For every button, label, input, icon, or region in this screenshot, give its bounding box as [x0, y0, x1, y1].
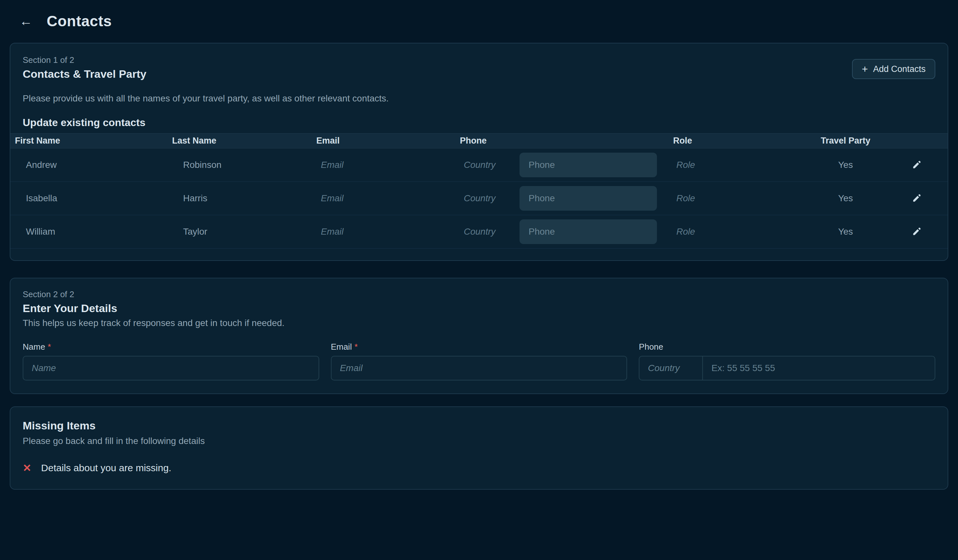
missing-items-card: Missing Items Please go back and fill in… [10, 406, 948, 490]
section1-title: Contacts & Travel Party [23, 68, 146, 80]
section1-description: Please provide us with all the names of … [10, 94, 948, 104]
email-field[interactable] [321, 227, 443, 237]
missing-item: ✕ Details about you are missing. [23, 462, 935, 473]
section2-step-label: Section 2 of 2 [23, 289, 935, 300]
email-field-group: Email* [331, 342, 627, 381]
table-row: William Taylor Yes [10, 215, 948, 249]
email-field[interactable] [321, 193, 443, 203]
phone-label: Phone [639, 342, 935, 352]
email-label: Email* [331, 342, 627, 352]
phone-country-input[interactable] [639, 357, 703, 380]
contacts-page: ← Contacts Section 1 of 2 Contacts & Tra… [0, 0, 958, 490]
edit-contact-button[interactable] [908, 189, 926, 208]
last-name-cell: Harris [168, 193, 312, 203]
column-header-travel-party: Travel Party [805, 136, 886, 146]
column-header-last-name: Last Name [168, 136, 312, 146]
missing-items-title: Missing Items [23, 419, 935, 432]
required-asterisk: * [48, 342, 51, 352]
your-details-section-card: Section 2 of 2 Enter Your Details This h… [10, 278, 948, 394]
section2-description: This helps us keep track of responses an… [23, 318, 935, 328]
plus-icon: + [862, 64, 868, 74]
pencil-icon [912, 193, 922, 204]
column-header-phone: Phone [455, 136, 669, 146]
table-header-row: First Name Last Name Email Phone Role Tr… [10, 133, 948, 148]
country-field[interactable] [464, 227, 520, 237]
travel-party-value: Yes [805, 193, 886, 203]
edit-contact-button[interactable] [908, 223, 926, 241]
table-row: Andrew Robinson Yes [10, 148, 948, 182]
section2-title: Enter Your Details [23, 302, 935, 315]
pencil-icon [912, 159, 922, 171]
first-name-cell: William [10, 227, 168, 237]
role-field[interactable] [676, 227, 792, 237]
missing-items-description: Please go back and fill in the following… [23, 436, 935, 446]
name-label: Name* [23, 342, 319, 352]
column-header-first-name: First Name [10, 136, 168, 146]
first-name-cell: Isabella [10, 193, 168, 203]
back-arrow-icon: ← [19, 14, 32, 28]
phone-field[interactable] [520, 186, 657, 211]
last-name-cell: Taylor [168, 227, 312, 237]
travel-party-value: Yes [805, 160, 886, 170]
role-field[interactable] [676, 193, 792, 203]
phone-number-input[interactable] [703, 357, 935, 380]
role-field[interactable] [676, 160, 792, 170]
phone-field[interactable] [520, 152, 657, 177]
add-contacts-button[interactable]: + Add Contacts [852, 59, 935, 79]
email-field[interactable] [321, 160, 443, 170]
email-input[interactable] [331, 356, 627, 381]
pencil-icon [912, 226, 922, 238]
missing-item-text: Details about you are missing. [41, 462, 171, 473]
phone-field-group: Phone [639, 342, 935, 381]
page-header: ← Contacts [10, 0, 948, 30]
contacts-section-card: Section 1 of 2 Contacts & Travel Party +… [10, 43, 948, 261]
country-field[interactable] [464, 160, 520, 170]
required-asterisk: * [355, 342, 358, 352]
country-field[interactable] [464, 193, 520, 203]
back-button[interactable]: ← [18, 13, 34, 29]
update-contacts-heading: Update existing contacts [10, 117, 948, 128]
column-header-email: Email [312, 136, 455, 146]
name-input[interactable] [23, 356, 319, 381]
edit-contact-button[interactable] [908, 156, 926, 174]
phone-input-group [639, 356, 935, 381]
phone-field[interactable] [520, 219, 657, 244]
last-name-cell: Robinson [168, 160, 312, 170]
error-x-icon: ✕ [23, 463, 32, 473]
page-title: Contacts [47, 12, 112, 30]
table-row: Isabella Harris Yes [10, 182, 948, 215]
contacts-table: First Name Last Name Email Phone Role Tr… [10, 133, 948, 249]
travel-party-value: Yes [805, 227, 886, 237]
add-contacts-label: Add Contacts [873, 64, 926, 74]
first-name-cell: Andrew [10, 160, 168, 170]
section1-step-label: Section 1 of 2 [23, 55, 146, 65]
column-header-role: Role [669, 136, 805, 146]
name-field-group: Name* [23, 342, 319, 381]
